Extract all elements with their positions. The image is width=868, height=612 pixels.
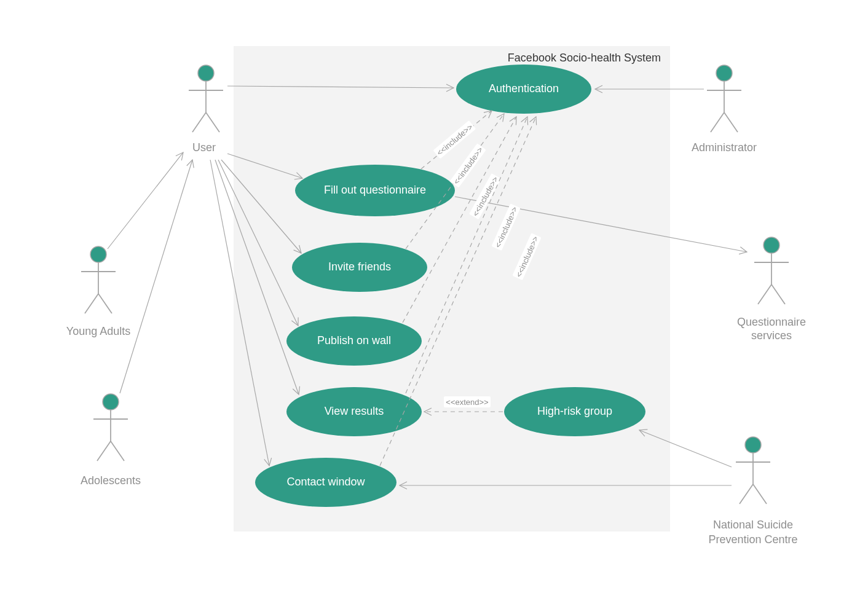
usecase-invite-label: Invite friends: [328, 261, 391, 273]
actor-administrator: Administrator: [692, 65, 757, 154]
actor-questionnaire-services: Questionnaire services: [737, 237, 806, 342]
usecase-contact: Contact window: [255, 458, 397, 507]
usecase-publish: Publish on wall: [286, 316, 422, 366]
usecase-highrisk-label: High-risk group: [537, 405, 612, 417]
svg-text:services: services: [751, 329, 792, 342]
actor-nspc-label-1: National Suicide: [713, 519, 793, 531]
actor-questionnaire-label-1: Questionnaire: [737, 316, 806, 328]
usecase-fillout-label: Fill out questionnaire: [324, 184, 426, 196]
usecase-invite: Invite friends: [292, 243, 427, 292]
actor-young-adults: Young Adults: [66, 246, 130, 337]
svg-line-13: [108, 152, 183, 249]
actor-user-label: User: [192, 141, 216, 154]
usecase-viewresults-label: View results: [325, 405, 384, 417]
usecase-highrisk: High-risk group: [504, 387, 645, 436]
usecase-fillout: Fill out questionnaire: [295, 165, 455, 216]
usecase-authentication-label: Authentication: [489, 82, 559, 95]
system-title: Facebook Socio-health System: [508, 52, 661, 64]
gen-adolescents-user: [120, 159, 196, 393]
actor-adolescents-label: Adolescents: [81, 474, 141, 487]
actor-adolescents: Adolescents: [81, 394, 141, 487]
usecase-publish-label: Publish on wall: [317, 334, 391, 347]
extend-label: <<extend>>: [446, 398, 488, 407]
actor-young-adults-label: Young Adults: [66, 325, 130, 337]
actor-user: User: [189, 65, 223, 154]
actor-nspc-label-2: Prevention Centre: [708, 533, 797, 546]
actor-nspc: National Suicide Prevention Centre: [708, 437, 797, 546]
actor-administrator-label: Administrator: [692, 141, 757, 154]
usecase-authentication: Authentication: [456, 65, 591, 114]
gen-youngadults-user: [108, 150, 186, 249]
use-case-diagram: Facebook Socio-health System Authenticat…: [0, 0, 868, 612]
usecase-viewresults: View results: [286, 387, 422, 436]
svg-line-14: [120, 160, 192, 393]
usecase-contact-label: Contact window: [286, 476, 365, 488]
